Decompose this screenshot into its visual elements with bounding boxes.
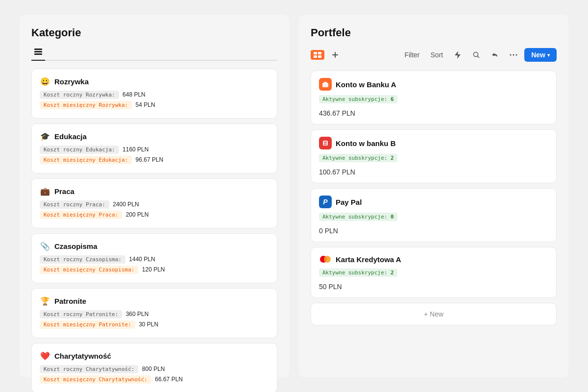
portfolio-card-karta-a[interactable]: Karta Kredytowa A Aktywne subskrypcje: 2… <box>311 247 557 298</box>
badge-value-karta-a: 2 <box>391 270 394 276</box>
svg-rect-0 <box>34 49 42 50</box>
monthly-value-rozrywka: 54 PLN <box>136 101 155 108</box>
yearly-label-czasopisma: Koszt roczny Czasopisma: <box>40 255 125 264</box>
svg-rect-1 <box>34 51 42 52</box>
yearly-value-czasopisma: 1440 PLN <box>129 256 155 263</box>
badge-paypal: Aktywne subskrypcje: 0 <box>319 213 397 221</box>
badge-karta-a: Aktywne subskrypcje: 2 <box>319 269 397 277</box>
svg-rect-2 <box>34 53 42 55</box>
category-name-rozrywka: Rozrywka <box>54 77 89 86</box>
svg-rect-15 <box>324 144 327 145</box>
yearly-label-patronite: Koszt roczny Patronite: <box>40 310 122 318</box>
portfele-panel: Portfele Filter Sort <box>299 15 568 377</box>
new-button-label: New <box>531 51 545 59</box>
portfolio-name-paypal: Pay Pal <box>336 198 362 206</box>
portfolio-card-konto-b[interactable]: Konto w banku B Aktywne subskrypcje: 2 1… <box>311 129 557 183</box>
sort-button[interactable]: Sort <box>427 49 447 61</box>
portfele-title: Portfele <box>311 26 557 39</box>
yearly-label-edukacja: Koszt roczny Edukacja: <box>40 146 119 154</box>
svg-point-10 <box>516 54 517 56</box>
svg-rect-11 <box>322 83 328 87</box>
portfolio-toolbar: Filter Sort <box>311 47 557 63</box>
monthly-label-rozrywka: Koszt miesięczny Rozrywka: <box>40 101 132 109</box>
badge-label-konto-b: Aktywne subskrypcje: <box>322 155 387 161</box>
category-yearly-rozrywka: Koszt roczny Rozrywka: 648 PLN <box>40 91 269 99</box>
portfolio-amount-paypal: 0 PLN <box>319 227 548 235</box>
category-icon-praca: 💼 <box>40 186 50 196</box>
portfolio-list: Konto w Banku A Aktywne subskrypcje: 6 4… <box>311 71 557 298</box>
category-yearly-praca: Koszt roczny Praca: 2400 PLN <box>40 200 269 209</box>
portfolio-amount-karta-a: 50 PLN <box>319 283 548 291</box>
yearly-value-charytatywnosc: 800 PLN <box>142 366 165 372</box>
more-button[interactable] <box>506 47 521 63</box>
badge-value-konto-b: 2 <box>391 155 394 161</box>
category-name-patronite: Patronite <box>54 297 86 305</box>
monthly-label-patronite: Koszt miesięczny Patronite: <box>40 320 135 329</box>
new-portfolio-button[interactable]: New ▾ <box>524 48 557 62</box>
kategorie-panel: Kategorie 😀 Rozrywka Koszt roczny Rozryw… <box>20 15 289 377</box>
tab-list-icon[interactable] <box>31 47 45 61</box>
category-icon-charytatywnosc: ❤️ <box>40 350 50 361</box>
svg-rect-13 <box>323 141 328 146</box>
lightning-button[interactable] <box>450 47 466 63</box>
badge-konto-b: Aktywne subskrypcje: 2 <box>319 154 397 162</box>
search-button[interactable] <box>468 47 484 63</box>
share-button[interactable] <box>487 47 503 63</box>
portfolio-name-konto-b: Konto w banku B <box>336 139 396 147</box>
monthly-value-praca: 200 PLN <box>126 211 149 218</box>
monthly-label-czasopisma: Koszt miesięczny Czasopisma: <box>40 266 138 274</box>
portfolio-amount-konto-b: 100.67 PLN <box>319 168 548 176</box>
svg-rect-3 <box>314 52 317 54</box>
yearly-value-patronite: 360 PLN <box>126 311 149 318</box>
category-yearly-edukacja: Koszt roczny Edukacja: 1160 PLN <box>40 146 269 154</box>
svg-rect-14 <box>324 142 327 143</box>
portfolio-card-paypal[interactable]: P Pay Pal Aktywne subskrypcje: 0 0 PLN <box>311 188 557 242</box>
portfolio-icon <box>311 50 324 60</box>
category-card-edukacja[interactable]: 🎓 Edukacja Koszt roczny Edukacja: 1160 P… <box>31 123 277 173</box>
kategorie-tabs <box>31 47 277 61</box>
category-card-czasopisma[interactable]: 📎 Czasopisma Koszt roczny Czasopisma: 14… <box>31 233 277 283</box>
monthly-value-patronite: 30 PLN <box>139 321 158 328</box>
new-button-chevron: ▾ <box>547 52 550 58</box>
yearly-label-rozrywka: Koszt roczny Rozrywka: <box>40 91 119 99</box>
monthly-value-czasopisma: 120 PLN <box>142 266 165 273</box>
category-card-praca[interactable]: 💼 Praca Koszt roczny Praca: 2400 PLN Kos… <box>31 178 277 228</box>
yearly-value-rozrywka: 648 PLN <box>122 91 146 98</box>
badge-value-paypal: 0 <box>391 214 394 220</box>
category-name-edukacja: Edukacja <box>54 132 87 141</box>
portfolio-name-konto-a: Konto w Banku A <box>336 80 396 89</box>
monthly-value-edukacja: 96.67 PLN <box>136 156 164 163</box>
category-name-praca: Praca <box>54 187 74 196</box>
svg-point-9 <box>513 54 514 56</box>
category-monthly-czasopisma: Koszt miesięczny Czasopisma: 120 PLN <box>40 266 269 274</box>
portfolio-icon-paypal: P <box>319 196 332 208</box>
category-yearly-czasopisma: Koszt roczny Czasopisma: 1440 PLN <box>40 255 269 264</box>
category-yearly-charytatywnosc: Koszt roczny Charytatywność: 800 PLN <box>40 365 269 373</box>
category-list: 😀 Rozrywka Koszt roczny Rozrywka: 648 PL… <box>31 69 277 392</box>
portfolio-icon-konto-b <box>319 137 332 149</box>
category-card-charytatywnosc[interactable]: ❤️ Charytatywność Koszt roczny Charytaty… <box>31 343 277 392</box>
filter-button[interactable]: Filter <box>400 49 423 61</box>
category-card-rozrywka[interactable]: 😀 Rozrywka Koszt roczny Rozrywka: 648 PL… <box>31 69 277 119</box>
svg-rect-6 <box>318 55 321 58</box>
portfolio-card-konto-a[interactable]: Konto w Banku A Aktywne subskrypcje: 6 4… <box>311 71 557 124</box>
category-monthly-charytatywnosc: Koszt miesięczny Charytatywność: 66.67 P… <box>40 375 269 384</box>
yearly-label-praca: Koszt roczny Praca: <box>40 200 109 209</box>
category-card-patronite[interactable]: 🏆 Patronite Koszt roczny Patronite: 360 … <box>31 288 277 338</box>
svg-point-17 <box>324 256 331 263</box>
add-portfolio-button[interactable] <box>327 47 343 63</box>
add-new-row[interactable]: + New <box>311 303 557 325</box>
category-icon-rozrywka: 😀 <box>40 76 50 87</box>
svg-rect-12 <box>324 82 327 83</box>
yearly-value-edukacja: 1160 PLN <box>122 146 148 153</box>
category-yearly-patronite: Koszt roczny Patronite: 360 PLN <box>40 310 269 318</box>
monthly-value-charytatywnosc: 66.67 PLN <box>155 376 183 383</box>
monthly-label-charytatywnosc: Koszt miesięczny Charytatywność: <box>40 375 151 384</box>
add-new-label: + New <box>424 310 443 318</box>
portfolio-icon-konto-a <box>319 78 332 91</box>
yearly-value-praca: 2400 PLN <box>113 201 139 208</box>
svg-rect-5 <box>314 55 317 58</box>
monthly-label-edukacja: Koszt miesięczny Edukacja: <box>40 156 132 164</box>
kategorie-title: Kategorie <box>31 26 277 39</box>
category-monthly-rozrywka: Koszt miesięczny Rozrywka: 54 PLN <box>40 101 269 109</box>
